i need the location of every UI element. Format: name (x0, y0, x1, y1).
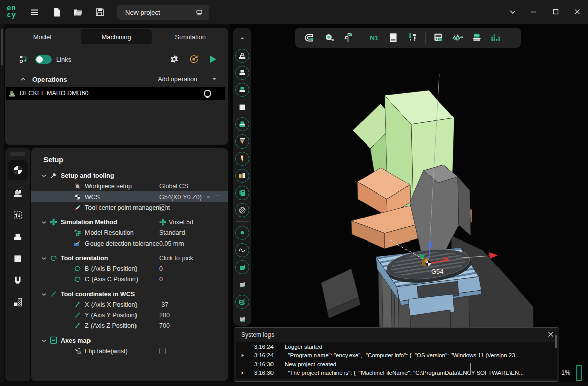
collapse-chevron-icon[interactable] (19, 75, 27, 83)
tool-holder-button[interactable] (235, 133, 250, 150)
tool-button[interactable] (235, 150, 250, 167)
stock-fixture-button[interactable] (235, 81, 250, 99)
links-toggle[interactable] (35, 55, 52, 64)
surface-point-button[interactable] (235, 310, 250, 327)
logs-scrollbar[interactable] (555, 335, 557, 348)
tree-value[interactable]: G54(X0 Y0 Z0) (159, 194, 202, 201)
expand-arrow-icon[interactable] (240, 371, 245, 375)
workpiece-square-button[interactable] (235, 99, 250, 116)
expand-arrow-icon[interactable] (240, 353, 245, 358)
stock-setup-icon[interactable] (10, 229, 25, 245)
graph-button[interactable] (448, 30, 467, 46)
point-button[interactable] (235, 224, 250, 242)
add-operation-button[interactable]: Add operation (158, 76, 197, 83)
mesh-button[interactable] (235, 293, 250, 310)
tree-chevron-icon[interactable] (40, 172, 48, 179)
surface-button[interactable] (235, 259, 250, 276)
logs-close-icon[interactable] (547, 330, 555, 339)
window-maximize-button[interactable] (550, 6, 561, 17)
tree-checkbox[interactable] (159, 348, 166, 354)
surface-icon (235, 260, 249, 274)
tree-row-tool-coordinates-in-wcs[interactable]: Tool coordinates in WCS (31, 288, 228, 299)
main-menu-button[interactable] (28, 6, 41, 19)
voxel-icon (50, 218, 57, 226)
tree-row-gouge-detection-tolerance[interactable]: Gouge detection tolerance0.05 mm (31, 238, 228, 249)
new-file-button[interactable] (50, 6, 63, 19)
setup-panel: Setup Setup and toolingWorkpiece setupGl… (31, 148, 228, 381)
tree-row-axes-map[interactable]: Axes map (31, 335, 228, 346)
machine-button[interactable] (235, 47, 250, 64)
magnet-button[interactable] (300, 30, 320, 46)
tree-chevron-icon[interactable] (40, 291, 48, 298)
stock-button[interactable] (235, 64, 250, 81)
wcs-icon[interactable] (8, 160, 28, 180)
tab-model[interactable]: Model (7, 29, 78, 44)
caliper-button[interactable] (339, 30, 358, 46)
log-row[interactable]: 3:16:24 "Program name": "ency.exe", "Com… (236, 351, 557, 360)
open-file-button[interactable] (71, 6, 84, 19)
window-close-button[interactable] (572, 6, 583, 17)
window-minimize-button[interactable] (528, 6, 539, 17)
log-row[interactable]: 3:16:30 "The project machine is": { "Mac… (236, 369, 557, 378)
panel-tabs: ModelMachiningSimulation (5, 28, 228, 46)
left-edge-scrollbar[interactable] (0, 24, 4, 386)
tree-row-c-axis-c-position-[interactable]: C (Axis C Position)0 (31, 274, 228, 284)
play-icon[interactable] (207, 54, 218, 65)
curve-button[interactable] (235, 242, 250, 259)
machine-radio-button[interactable] (204, 90, 211, 98)
fixture-button[interactable] (235, 167, 250, 184)
tab-simulation[interactable]: Simulation (155, 29, 226, 44)
tree-label: Axes map (61, 337, 91, 344)
stock-model-button[interactable] (235, 116, 250, 133)
dropdown-caret-icon[interactable] (211, 76, 217, 82)
material-removal-button[interactable] (467, 30, 486, 46)
tree-row-tool-center-point-management[interactable]: Tool center point management (31, 202, 228, 213)
tree-chevron-icon[interactable] (40, 255, 48, 262)
recalculate-icon[interactable] (188, 54, 199, 65)
panel-drag-handle[interactable] (10, 152, 25, 156)
log-row[interactable]: 3:16:24Logger started (236, 342, 557, 351)
tab-machining[interactable]: Machining (81, 29, 152, 44)
logs-list[interactable]: 3:16:24Logger started3:16:24 "Program na… (236, 342, 557, 379)
project-name-field[interactable]: New project (117, 5, 209, 20)
calculator-button[interactable] (429, 30, 448, 46)
machine-setup-icon[interactable] (10, 186, 25, 201)
tree-row-z-axis-z-position-[interactable]: Z (Axis Z Position)700 (31, 320, 228, 331)
stock-analysis-icon[interactable] (10, 295, 25, 310)
tree-row-tool-orientation[interactable]: Tool orientationClick to pick (31, 253, 228, 263)
tree-chevron-icon[interactable] (40, 337, 48, 344)
measure-button[interactable] (320, 30, 339, 46)
travel-limits-icon[interactable] (10, 208, 25, 223)
tree-row-simulation-method[interactable]: Simulation MethodVoxel 5d (31, 217, 228, 227)
tree-row-wcs[interactable]: WCSG54(X0 Y0 Z0)⋯ (31, 191, 228, 202)
scrollbar-thumb[interactable] (1, 29, 3, 65)
operations-header[interactable]: Operations Add operation (5, 72, 228, 86)
tree-chevron-icon[interactable] (40, 219, 48, 226)
workpiece-square-icon[interactable] (10, 251, 25, 266)
save-button[interactable] (93, 6, 106, 19)
tree-checkbox[interactable] (159, 204, 166, 211)
tree-row-b-axis-b-position-[interactable]: B (Axis B Position)0 (31, 263, 228, 274)
tree-row-x-axis-x-position-[interactable]: X (Axis X Position)-37 (31, 299, 228, 310)
clamp-icon[interactable] (10, 273, 25, 288)
tree-row-y-axis-y-position-[interactable]: Y (Axis Y Position)200 (31, 310, 228, 320)
statistics-button[interactable] (486, 30, 506, 46)
material-button[interactable] (235, 202, 250, 219)
tree-row-setup-and-tooling[interactable]: Setup and tooling (31, 170, 228, 181)
log-row[interactable]: 3:16:30New project created (236, 360, 557, 369)
tree-row-model-resolution[interactable]: Model ResolutionStandard (31, 227, 228, 238)
tree-row-workpiece-setup[interactable]: Workpiece setupGlobal CS (31, 181, 228, 191)
tree-row-flip-table-wrist-[interactable]: Flip table(wrist) (31, 346, 228, 356)
settings-gear-icon[interactable] (169, 54, 180, 65)
nc-program-button[interactable]: N1 (365, 30, 384, 46)
value-dropdown-icon[interactable] (205, 194, 211, 200)
setup-sheet-button[interactable] (384, 30, 403, 46)
window-expand-button[interactable] (507, 6, 518, 17)
scroll-up-button[interactable] (235, 30, 250, 47)
log-message: Logger started (285, 344, 322, 350)
surface-offset-button[interactable] (235, 276, 250, 293)
operation-button[interactable] (235, 184, 250, 202)
tool-list-button[interactable] (403, 30, 422, 46)
machine-operation-row[interactable]: DECKEL MAHO DMU60 (6, 87, 225, 100)
more-options-button[interactable]: ⋯ (213, 192, 220, 199)
